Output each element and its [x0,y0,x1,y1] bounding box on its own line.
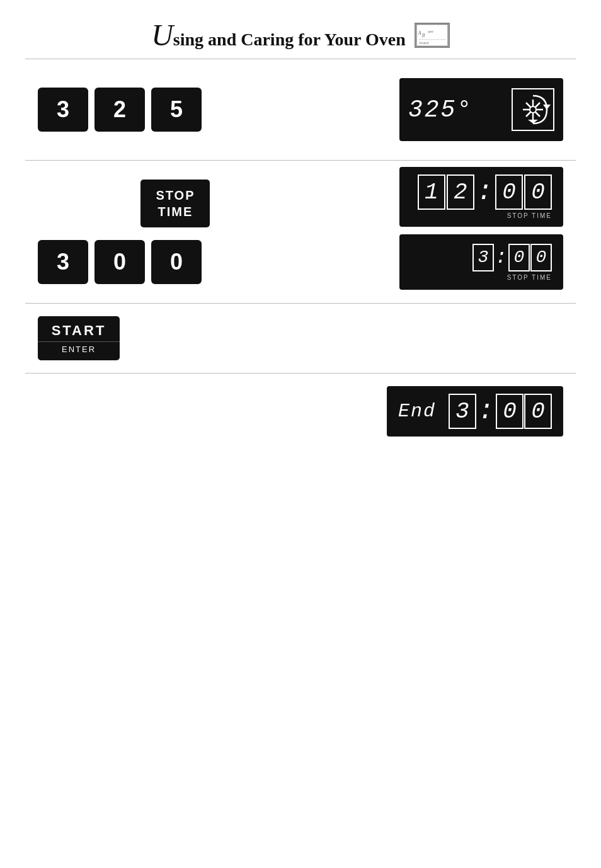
svg-text:ll: ll [421,31,425,38]
key-0b-btn[interactable]: 0 [151,240,202,284]
stop-time-button[interactable]: STOP TIME [140,180,210,227]
big-u-letter: U [151,18,173,52]
stop-time-label-2: STOP TIME [507,274,552,281]
end-time-clock: 3 : 0 0 [449,394,552,429]
page-title: Using and Caring for Your Oven [151,18,406,52]
end-digit-1: 3 [449,394,476,429]
digit-2: 2 [447,174,474,210]
section-temperature: 3 2 5 325° [0,59,601,160]
time-label: TIME [156,203,195,220]
svg-text:ure: ure [428,29,433,33]
temperature-value: 325° [408,96,473,123]
small-clock-300: 3 : 0 0 [472,244,552,271]
temp-display-panel: 325° [399,78,563,141]
enter-label: ENTER [38,341,120,360]
end-colon: : [478,396,494,426]
section1-right: 325° [313,78,563,141]
key-3-btn[interactable]: 3 [38,88,88,132]
key-5-btn[interactable]: 5 [151,88,202,132]
svg-point-11 [530,106,536,113]
key-2-btn[interactable]: 2 [94,88,145,132]
small-digit-3: 0 [530,244,552,271]
digit-1: 1 [418,174,445,210]
stop-time-left-col: STOP TIME 3 0 0 [38,167,313,297]
key-0a-btn[interactable]: 0 [94,240,145,284]
start-label: START [38,316,120,341]
svg-text:brand: brand [420,41,430,45]
clock-display-1200: 1 2 : 0 0 STOP TIME [399,167,563,227]
keys-300-row: 3 0 0 [38,234,313,297]
stop-label: STOP [156,187,195,203]
end-digit-3: 0 [524,394,552,429]
stop-time-btn-row: STOP TIME [38,167,313,234]
colon-1: : [477,177,493,207]
svg-text:A: A [418,30,421,36]
convect-symbol-box [512,88,554,131]
small-colon: : [495,246,507,269]
stop-time-right-col: 1 2 : 0 0 STOP TIME 3 : 0 0 STOP TIME [313,167,563,297]
end-digit-2: 0 [496,394,524,429]
page-header: Using and Caring for Your Oven A ll ure … [0,0,601,59]
stop-time-label-1: STOP TIME [507,212,552,219]
key-3b-btn[interactable]: 3 [38,240,88,284]
section1-left: 3 2 5 [38,88,288,132]
logo-svg: A ll ure brand [416,23,449,47]
outlined-clock-1200: 1 2 : 0 0 [418,174,552,210]
section-end: End 3 : 0 0 [0,374,601,449]
clock-display-300: 3 : 0 0 STOP TIME [399,234,563,290]
svg-marker-6 [543,105,551,110]
end-text: End [398,401,436,422]
small-digit-2: 0 [508,244,530,271]
digit-4: 0 [524,174,552,210]
start-enter-button[interactable]: START ENTER [38,316,120,360]
section-stop-time: STOP TIME 3 0 0 1 2 : 0 0 STOP TIME 3 [0,161,601,303]
brand-logo: A ll ure brand [415,23,450,48]
convect-icon [514,91,552,128]
section-start: START ENTER [0,304,601,373]
small-digit-1: 3 [472,244,494,271]
digit-3: 0 [495,174,523,210]
end-display-panel: End 3 : 0 0 [387,386,563,437]
title-text: sing and Caring for Your Oven [173,30,406,49]
